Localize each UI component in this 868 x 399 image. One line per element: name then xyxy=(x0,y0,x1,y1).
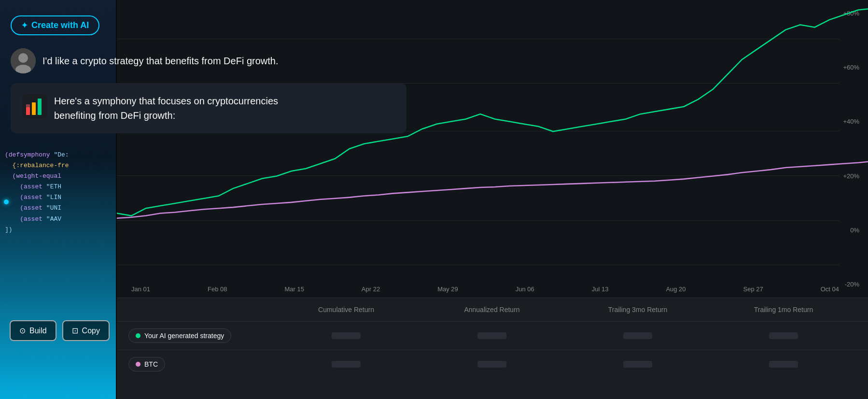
chart-container: +80% +60% +40% +20% 0% -20% Jan 01 Feb 0… xyxy=(117,0,868,298)
chat-overlay: I'd like a crypto strategy that benefits… xyxy=(11,48,406,133)
svg-rect-4 xyxy=(26,107,30,115)
user-message: I'd like a crypto strategy that benefits… xyxy=(11,48,406,73)
table-row-ai: Your AI generated strategy xyxy=(117,322,868,350)
copy-label: Copy xyxy=(82,327,100,335)
ai-cumulative-bar xyxy=(332,332,361,339)
code-line-1: (defsymphony "De: xyxy=(5,150,69,160)
x-label-jun06: Jun 06 xyxy=(516,285,534,293)
x-label-jul13: Jul 13 xyxy=(592,285,609,293)
x-label-oct04: Oct 04 xyxy=(821,285,839,293)
ai-trailing3mo-bar xyxy=(623,332,652,339)
ai-strategy-label: Your AI generated strategy xyxy=(144,332,224,340)
code-line-5: (asset "LIN xyxy=(5,192,69,203)
x-label-sep27: Sep 27 xyxy=(743,285,763,293)
user-avatar xyxy=(11,48,36,73)
svg-rect-6 xyxy=(38,99,42,115)
x-label-mar15: Mar 15 xyxy=(284,285,304,293)
ai-trailing1mo-bar xyxy=(769,332,798,339)
code-line-7: (asset "AAV xyxy=(5,214,69,225)
build-button[interactable]: ⊙ Build xyxy=(10,320,56,341)
ai-message-line1: Here's a symphony that focuses on crypto… xyxy=(54,96,278,106)
ai-message-text: Here's a symphony that focuses on crypto… xyxy=(54,94,278,123)
x-label-jan01: Jan 01 xyxy=(131,285,150,293)
x-label-may29: May 29 xyxy=(437,285,458,293)
btc-cell: BTC xyxy=(128,357,273,371)
ai-trailing1mo-cell xyxy=(711,332,856,339)
bottom-buttons: ⊙ Build ⊡ Copy xyxy=(10,320,110,341)
code-line-4: (asset "ETH xyxy=(5,182,69,192)
copy-button[interactable]: ⊡ Copy xyxy=(62,320,110,341)
btc-annualized-bar xyxy=(477,361,506,368)
btc-label: BTC xyxy=(144,360,158,368)
code-line-2: {:rebalance-fre xyxy=(5,160,69,171)
code-area: (defsymphony "De: {:rebalance-fre (weigh… xyxy=(5,150,69,235)
user-message-text: I'd like a crypto strategy that benefits… xyxy=(42,48,278,68)
ai-annualized-cell xyxy=(419,332,565,339)
btc-cumulative-cell xyxy=(273,361,419,368)
th-name xyxy=(128,306,273,314)
create-ai-button[interactable]: ✦ Create with AI xyxy=(11,15,99,35)
btc-badge: BTC xyxy=(128,357,165,371)
btc-cumulative-bar xyxy=(332,361,361,368)
chart-svg xyxy=(117,0,868,298)
ai-message: Here's a symphony that focuses on crypto… xyxy=(11,83,406,133)
stats-table: Cumulative Return Annualized Return Trai… xyxy=(117,298,868,399)
svg-point-1 xyxy=(18,53,28,63)
th-trailing3mo: Trailing 3mo Return xyxy=(565,306,711,314)
table-row-btc: BTC xyxy=(117,350,868,378)
code-line-6: (asset "UNI xyxy=(5,203,69,214)
btc-trailing3mo-cell xyxy=(565,361,711,368)
x-label-apr22: Apr 22 xyxy=(362,285,380,293)
btc-annualized-cell xyxy=(419,361,565,368)
x-axis: Jan 01 Feb 08 Mar 15 Apr 22 May 29 Jun 0… xyxy=(131,285,839,293)
pink-dot xyxy=(136,362,140,367)
code-line-3: (weight-equal xyxy=(5,171,69,182)
btc-trailing3mo-bar xyxy=(623,361,652,368)
ai-icon xyxy=(22,94,47,119)
ai-strategy-cell: Your AI generated strategy xyxy=(128,328,273,343)
ai-strategy-badge: Your AI generated strategy xyxy=(128,328,231,343)
create-ai-label: Create with AI xyxy=(31,20,89,30)
th-cumulative: Cumulative Return xyxy=(273,306,419,314)
sparkle-icon: ✦ xyxy=(21,21,28,30)
svg-rect-7 xyxy=(26,104,30,107)
green-dot xyxy=(136,333,140,338)
ai-annualized-bar xyxy=(477,332,506,339)
ai-cumulative-cell xyxy=(273,332,419,339)
th-trailing1mo: Trailing 1mo Return xyxy=(711,306,856,314)
btc-trailing1mo-bar xyxy=(769,361,798,368)
x-label-feb08: Feb 08 xyxy=(208,285,227,293)
code-line-8: ]) xyxy=(5,225,69,235)
ai-message-line2: benefiting from DeFi growth: xyxy=(54,110,175,121)
build-label: Build xyxy=(29,327,47,335)
copy-icon: ⊡ xyxy=(72,326,78,335)
btc-trailing1mo-cell xyxy=(711,361,856,368)
ai-trailing3mo-cell xyxy=(565,332,711,339)
build-icon: ⊙ xyxy=(19,326,26,335)
th-annualized: Annualized Return xyxy=(419,306,565,314)
table-header: Cumulative Return Annualized Return Trai… xyxy=(117,298,868,322)
svg-rect-5 xyxy=(32,102,36,115)
x-label-aug20: Aug 20 xyxy=(666,285,686,293)
